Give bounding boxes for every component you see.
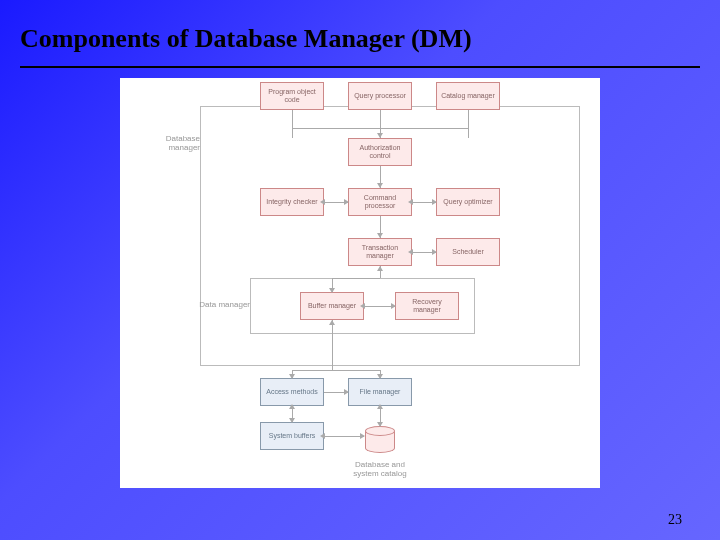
arrow-down-icon [329,288,335,293]
arrow-left-icon [320,433,325,439]
box-query-processor: Query processor [348,82,412,110]
arrow-right-icon [391,303,396,309]
connector [380,128,468,129]
arrow-up-icon [289,404,295,409]
arrow-right-icon [344,199,349,205]
box-access-methods: Access methods [260,378,324,406]
box-file-manager: File manager [348,378,412,406]
connector [332,320,333,370]
box-scheduler: Scheduler [436,238,500,266]
connector [292,370,380,371]
arrow-down-icon [377,374,383,379]
connector [324,436,364,437]
box-query-optimizer: Query optimizer [436,188,500,216]
diagram-area: Database manager Data manager Program ob… [120,78,600,488]
arrow-right-icon [344,389,349,395]
box-recovery-manager: Recovery manager [395,292,459,320]
box-catalog-manager: Catalog manager [436,82,500,110]
arrow-down-icon [377,183,383,188]
arrow-up-icon [329,320,335,325]
box-buffer-manager: Buffer manager [300,292,364,320]
connector [332,278,380,279]
page-number: 23 [668,512,682,528]
arrow-down-icon [377,233,383,238]
arrow-down-icon [289,418,295,423]
title-bar: Components of Database Manager (DM) [0,0,720,62]
arrow-right-icon [432,249,437,255]
label-cylinder: Database and system catalog [350,460,410,478]
arrow-down-icon [289,374,295,379]
box-command-processor: Command processor [348,188,412,216]
box-integrity-checker: Integrity checker [260,188,324,216]
arrow-left-icon [320,199,325,205]
database-cylinder-icon [365,426,395,456]
box-authorization-control: Authorization control [348,138,412,166]
page-title: Components of Database Manager (DM) [20,24,700,54]
connector [292,128,380,129]
arrow-down-icon [377,422,383,427]
arrow-up-icon [377,266,383,271]
box-system-buffers: System buffers [260,422,324,450]
connector [468,110,469,138]
arrow-right-icon [432,199,437,205]
box-transaction-manager: Transaction manager [348,238,412,266]
label-database-manager: Database manager [140,134,200,152]
arrow-left-icon [408,199,413,205]
arrow-down-icon [377,133,383,138]
arrow-left-icon [408,249,413,255]
arrow-up-icon [377,404,383,409]
arrow-left-icon [360,303,365,309]
title-underline [20,66,700,68]
box-program-object-code: Program object code [260,82,324,110]
arrow-right-icon [360,433,365,439]
connector [292,110,293,138]
label-data-manager: Data manager [190,300,250,309]
